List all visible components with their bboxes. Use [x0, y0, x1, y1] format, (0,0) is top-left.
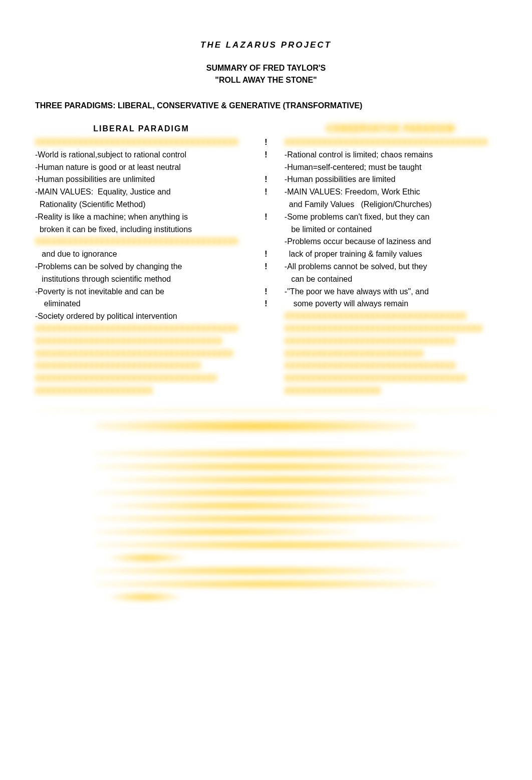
separator-mark [247, 224, 285, 236]
separator-mark [247, 273, 285, 286]
list-item: lack of proper training & family values [285, 248, 497, 261]
separator-mark [247, 372, 285, 385]
redacted-bar [110, 553, 185, 562]
redacted-line [95, 449, 476, 459]
list-item: -Poverty is not inevitable and can be [35, 286, 247, 298]
list-item: -Problems occur because of laziness and [285, 236, 497, 248]
list-item: eliminated [35, 298, 247, 310]
redacted-line: XXXXXXXXXXXXXXXXXXXXXXXXXXXXXXXXXXXXXX [35, 236, 247, 248]
redacted-line: XXXXXXXXXXXXXXXXXXXXXXXXXX [285, 348, 497, 360]
redacted-line [95, 553, 476, 563]
separator-mark [247, 199, 285, 211]
separator-mark: ! [247, 211, 285, 224]
redacted-bar [95, 527, 356, 536]
redacted-bar [95, 514, 436, 523]
list-item: Rationality (Scientific Method) [35, 199, 247, 211]
redacted-bar [95, 579, 436, 589]
redacted-bar [95, 462, 446, 471]
redacted-line: XXXXXXXXXXXXXXXXXXXXXXXXXXXXXXXX [285, 360, 497, 372]
page-title: THE LAZARUS PROJECT [35, 40, 497, 50]
separator-mark [247, 310, 285, 323]
redacted-line [95, 488, 476, 498]
separator-mark: ! [247, 261, 285, 273]
list-item: -Society ordered by political interventi… [35, 310, 247, 323]
separator-mark [247, 323, 285, 335]
redacted-bar [95, 421, 416, 432]
redacted-line [95, 592, 476, 602]
redacted-line: XXXXXXXXXXXXXXXXXXXXXXXXXXXXXXXXXX [35, 372, 247, 385]
redacted-line: XXXXXXXXXXXXXXXXXXXXXX [35, 385, 247, 398]
redacted-line [95, 579, 476, 589]
separator-mark [247, 360, 285, 372]
redacted-line: XXXXXXXXXXXXXXXXXX [285, 385, 497, 398]
separator-mark: ! [247, 248, 285, 261]
separator-mark [247, 385, 285, 398]
redacted-line [95, 501, 476, 511]
redacted-line [95, 475, 476, 485]
separator-mark [247, 236, 285, 248]
redacted-line: XXXXXXXXXXXXXXXXXXXXXXXXXXXXXXXX [285, 335, 497, 348]
list-item: be limited or contained [285, 224, 497, 236]
redacted-line: XXXXXXXXXXXXXXXXXXXXXXXXXXXXXXXXXXXXXX [285, 136, 497, 149]
paradigm-columns: LIBERAL PARADIGM XXXXXXXXXXXXXXXXXXXXXXX… [35, 124, 497, 398]
list-item: -Problems can be solved by changing the [35, 261, 247, 273]
list-item: -MAIN VALUES: Freedom, Work Ethic [285, 186, 497, 199]
list-item: -All problems cannot be solved, but they [285, 261, 497, 273]
list-item: institutions through scientific method [35, 273, 247, 286]
redacted-line: XXXXXXXXXXXXXXXXXXXXXXXXXXXXXXXXXX [285, 372, 497, 385]
redacted-bar [95, 566, 406, 575]
list-item: -MAIN VALUES: Equality, Justice and [35, 186, 247, 199]
generative-section-redacted [95, 421, 476, 602]
separator-mark [247, 335, 285, 348]
list-item: and Family Values (Religion/Churches) [285, 199, 497, 211]
redacted-line [95, 566, 476, 576]
separator-mark: ! [247, 286, 285, 298]
redacted-bar [110, 593, 180, 602]
subtitle-line-2: "ROLL AWAY THE STONE" [35, 74, 497, 86]
subtitle-line-1: SUMMARY OF FRED TAYLOR'S [35, 62, 497, 74]
redacted-bar [95, 540, 461, 549]
redacted-bar [95, 449, 466, 458]
list-item: broken it can be fixed, including instit… [35, 224, 247, 236]
list-item: -Human=self-centered; must be taught [285, 161, 497, 174]
conservative-column: CONSERVATIVE PARADIGM XXXXXXXXXXXXXXXXXX… [285, 124, 497, 398]
list-item: -"The poor we have always with us", and [285, 286, 497, 298]
redacted-bar [110, 501, 371, 510]
list-item: and due to ignorance [35, 248, 247, 261]
redacted-line [95, 527, 476, 537]
list-item: -Human possibilities are unlimited [35, 173, 247, 186]
redacted-line: XXXXXXXXXXXXXXXXXXXXXXXXXXXXXXXXXXXXX [35, 348, 247, 360]
generative-heading-redacted [95, 421, 416, 432]
conservative-heading-redacted: CONSERVATIVE PARADIGM [285, 124, 497, 133]
subtitle-block: SUMMARY OF FRED TAYLOR'S "ROLL AWAY THE … [35, 62, 497, 86]
separator-mark: ! [247, 136, 285, 149]
redacted-line: XXXXXXXXXXXXXXXXXXXXXXXXXXXXXXXXXXXXX [285, 323, 497, 335]
separator-mark [247, 348, 285, 360]
three-paradigms-heading: THREE PARADIGMS: LIBERAL, CONSERVATIVE &… [35, 101, 497, 110]
list-item: some poverty will always remain [285, 298, 497, 310]
redacted-line [95, 540, 476, 550]
list-item: -Reality is like a machine; when anythin… [35, 211, 247, 224]
separator-mark [247, 161, 285, 174]
redacted-line: XXXXXXXXXXXXXXXXXXXXXXXXXXXXXXXXXXXXXX [35, 323, 247, 335]
list-item: -Rational control is limited; chaos rema… [285, 149, 497, 161]
redacted-line: XXXXXXXXXXXXXXXXXXXXXXXXXXXXXXXXXXXXXX [35, 136, 247, 149]
liberal-heading: LIBERAL PARADIGM [35, 124, 247, 133]
list-item: -Human possibilities are limited [285, 173, 497, 186]
separator-mark: ! [247, 186, 285, 199]
divider-redacted [35, 410, 497, 412]
separator-mark: ! [247, 173, 285, 186]
redacted-bar [110, 475, 456, 484]
redacted-line: XXXXXXXXXXXXXXXXXXXXXXXXXXXXXXXXXX [285, 310, 497, 323]
list-item: -World is rational,subject to rational c… [35, 149, 247, 161]
separator-mark: ! [247, 298, 285, 310]
liberal-column: LIBERAL PARADIGM XXXXXXXXXXXXXXXXXXXXXXX… [35, 124, 247, 398]
list-item: -Some problems can't fixed, but they can [285, 211, 497, 224]
redacted-line: XXXXXXXXXXXXXXXXXXXXXXXXXXXXXXXXXXX [35, 335, 247, 348]
column-separator: ! ! ! ! ! ! ! ! ! [247, 124, 285, 398]
redacted-line [95, 514, 476, 524]
redacted-bar [95, 488, 426, 497]
separator-mark: ! [247, 149, 285, 161]
list-item: -Human nature is good or at least neutra… [35, 161, 247, 174]
redacted-line: XXXXXXXXXXXXXXXXXXXXXXXXXXXXXXX [35, 360, 247, 372]
